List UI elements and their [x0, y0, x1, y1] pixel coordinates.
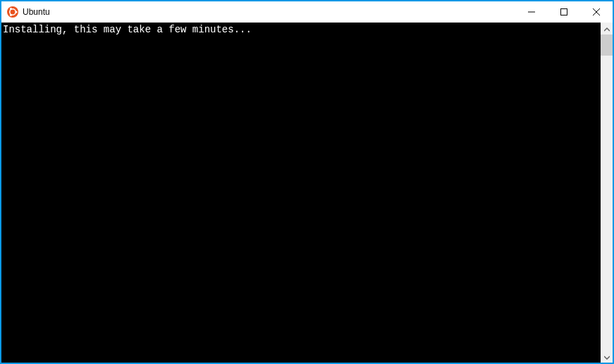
maximize-button[interactable] — [548, 1, 580, 23]
scroll-up-button[interactable] — [601, 23, 613, 34]
terminal-output[interactable]: Installing, this may take a few minutes.… — [1, 23, 601, 363]
svg-point-7 — [10, 14, 12, 16]
content-area: Installing, this may take a few minutes.… — [1, 23, 613, 363]
svg-point-6 — [10, 8, 12, 10]
chevron-down-icon — [604, 351, 610, 363]
svg-rect-9 — [561, 8, 567, 15]
app-window: Ubuntu Installing, this may take a few m… — [1, 1, 613, 363]
window-controls — [515, 1, 613, 23]
scroll-thumb[interactable] — [601, 34, 613, 56]
chevron-up-icon — [604, 23, 610, 35]
maximize-icon — [560, 7, 567, 18]
ubuntu-icon — [7, 6, 18, 18]
svg-point-5 — [15, 11, 17, 13]
titlebar[interactable]: Ubuntu — [1, 1, 613, 23]
close-button[interactable] — [580, 1, 613, 23]
scroll-track[interactable] — [601, 34, 613, 351]
scroll-down-button[interactable] — [601, 351, 613, 363]
window-title: Ubuntu — [23, 7, 515, 17]
minimize-button[interactable] — [515, 1, 548, 23]
minimize-icon — [528, 7, 535, 18]
terminal-line: Installing, this may take a few minutes.… — [3, 24, 252, 35]
close-icon — [593, 7, 600, 18]
vertical-scrollbar[interactable] — [601, 23, 613, 363]
